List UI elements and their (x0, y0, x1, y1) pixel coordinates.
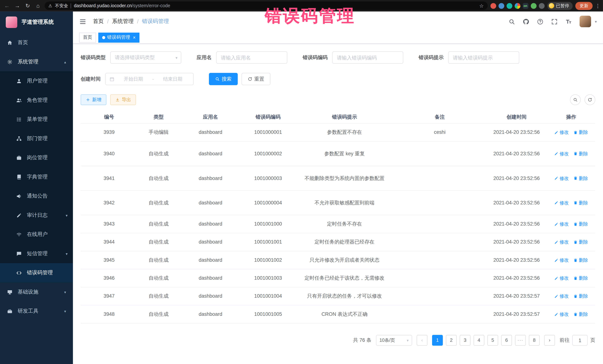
sidebar-item-error-code-management[interactable]: 错误码管理 (0, 263, 73, 282)
next-page-button[interactable]: › (544, 335, 555, 346)
browser-menu-icon[interactable]: ⋮ (595, 3, 600, 9)
breadcrumb-item[interactable]: 首页 (93, 18, 104, 25)
prev-page-button[interactable]: ‹ (417, 335, 428, 346)
reset-button[interactable]: 重置 (242, 73, 270, 85)
sidebar-logo-row[interactable]: 芋道管理系统 (0, 11, 73, 33)
page-3-button[interactable]: 3 (460, 335, 471, 346)
sidebar-item-role-management[interactable]: 角色管理 (0, 91, 73, 110)
avatar[interactable] (580, 16, 591, 27)
delete-button[interactable]: 删除 (573, 311, 588, 318)
tab-error-code[interactable]: 错误码管理× (98, 33, 139, 43)
add-button[interactable]: 新增 (81, 94, 106, 105)
edit-button[interactable]: 修改 (554, 293, 569, 299)
error-code-input[interactable] (332, 51, 403, 64)
tab-home[interactable]: 首页 (79, 33, 96, 43)
edit-button[interactable]: 修改 (554, 257, 569, 264)
table-row[interactable]: 3945自动生成dashboard1001001002只允许修改为开启或者关闭状… (81, 251, 595, 269)
refresh-table-button[interactable] (585, 94, 595, 105)
sidebar-item-online-users[interactable]: 在线用户 (0, 225, 73, 244)
page-6-button[interactable]: 6 (501, 335, 512, 346)
delete-button[interactable]: 删除 (573, 293, 588, 299)
table-row[interactable]: 3941自动生成dashboard1001000003不能删除类型为系统内置的参… (81, 166, 595, 190)
page-5-button[interactable]: 5 (487, 335, 498, 346)
delete-button[interactable]: 删除 (573, 257, 588, 264)
edit-button[interactable]: 修改 (554, 129, 569, 136)
extension-icon-teal[interactable] (506, 3, 512, 9)
search-button[interactable]: 搜索 (209, 73, 238, 85)
edit-button[interactable]: 修改 (554, 199, 569, 206)
sidebar-item-dept-management[interactable]: 部门管理 (0, 129, 73, 148)
sidebar-item-menu-management[interactable]: 菜单管理 (0, 110, 73, 129)
table-row[interactable]: 3943自动生成dashboard1001001000定时任务不存在2021-0… (81, 215, 595, 233)
delete-button[interactable]: 删除 (573, 221, 588, 227)
sidebar-item-sms-management[interactable]: 短信管理▾ (0, 244, 73, 263)
extension-icon-blue[interactable] (498, 3, 504, 9)
edit-button[interactable]: 修改 (554, 175, 569, 182)
delete-button[interactable]: 删除 (573, 199, 588, 206)
table-row[interactable]: 3948自动生成dashboard1001001005CRON 表达式不正确20… (81, 305, 595, 323)
table-row[interactable]: 3942自动生成dashboard1001000004不允许获取敏感配置到前端2… (81, 191, 595, 215)
bookmark-star-icon[interactable]: ☆ (479, 3, 484, 9)
edit-button[interactable]: 修改 (554, 239, 569, 246)
page-jump-input[interactable] (572, 335, 588, 346)
chevron-down-icon[interactable]: ▾ (595, 20, 597, 24)
gear-icon (7, 59, 13, 65)
page-2-button[interactable]: 2 (446, 335, 457, 346)
edit-button[interactable]: 修改 (554, 221, 569, 227)
edit-button[interactable]: 修改 (554, 150, 569, 157)
sidebar-item-dev-tools[interactable]: 研发工具▾ (0, 302, 73, 321)
sidebar-item-post-management[interactable]: 岗位管理 (0, 148, 73, 167)
extension-icon-red[interactable] (490, 3, 496, 9)
sidebar-item-infrastructure[interactable]: 基础设施▾ (0, 282, 73, 302)
error-hint-input[interactable] (448, 51, 519, 64)
close-tab-icon[interactable]: × (133, 35, 136, 40)
sidebar-item-user-management[interactable]: 用户管理 (0, 71, 73, 91)
toggle-search-button[interactable] (570, 94, 581, 105)
create-time-range-picker[interactable]: 开始日期 - 结束日期 (105, 73, 194, 85)
table-row[interactable]: 3947自动生成dashboard1001001004只有开启状态的任务，才可以… (81, 287, 595, 305)
create-time-label: 创建时间 (81, 76, 101, 82)
breadcrumb-item[interactable]: 系统管理 (112, 18, 134, 25)
browser-update-button[interactable]: 更新 (575, 2, 593, 10)
more-pages-button[interactable]: ··· (515, 335, 526, 346)
address-bar[interactable]: ⚠ 不安全 dashboard.yudao.iocoder.cn/system/… (45, 1, 487, 10)
table-row[interactable]: 3940自动生成dashboard1001000002参数配置 key 重复20… (81, 142, 595, 166)
edit-button[interactable]: 修改 (554, 275, 569, 282)
app-name-input[interactable] (216, 51, 287, 64)
extension-icon-pinwheel[interactable] (514, 3, 520, 9)
profile-paused-pill[interactable]: 已暂停 (547, 2, 573, 10)
delete-button[interactable]: 删除 (573, 275, 588, 282)
sidebar-item-dict-management[interactable]: 字典管理 (0, 167, 73, 187)
sidebar-item-system-management[interactable]: 系统管理▴ (0, 52, 73, 72)
sidebar-item-notice-announcement[interactable]: 通知公告 (0, 187, 73, 206)
delete-button[interactable]: 删除 (573, 150, 588, 157)
font-size-icon[interactable] (565, 18, 572, 25)
browser-home-icon[interactable]: ⌂ (34, 3, 42, 9)
table-row[interactable]: 3939手动编辑dashboard1001000001参数配置不存在ceshi2… (81, 124, 595, 142)
error-type-select[interactable]: 请选择错误码类型 ▾ (110, 51, 181, 64)
delete-button[interactable]: 删除 (573, 175, 588, 182)
sidebar-item-audit-log[interactable]: 审计日志▾ (0, 206, 73, 225)
browser-back-icon[interactable]: ← (3, 3, 11, 9)
fullscreen-icon[interactable] (551, 18, 557, 25)
github-icon[interactable] (523, 18, 529, 25)
extension-icon-puzzle[interactable] (539, 3, 544, 9)
table-row[interactable]: 3946自动生成dashboard1001001003定时任务已经处于该状态，无… (81, 269, 595, 287)
search-icon[interactable] (509, 18, 515, 25)
sidebar-item-home[interactable]: 首页 (0, 33, 73, 52)
browser-reload-icon[interactable]: ↻ (24, 3, 31, 9)
page-4-button[interactable]: 4 (474, 335, 484, 346)
delete-button[interactable]: 删除 (573, 129, 588, 136)
page-size-select[interactable]: 10条/页 ▾ (376, 335, 412, 346)
help-icon[interactable] (537, 18, 544, 25)
export-button[interactable]: 导出 (110, 94, 136, 105)
table-row[interactable]: 3944自动生成dashboard1001001001定时任务的处理器已经存在2… (81, 233, 595, 251)
hamburger-icon[interactable] (79, 18, 86, 25)
edit-button[interactable]: 修改 (554, 311, 569, 318)
extension-icon-dark-badge[interactable]: on (522, 3, 528, 9)
browser-forward-icon[interactable]: → (13, 3, 21, 9)
page-1-button[interactable]: 1 (432, 335, 443, 346)
extension-icon-green[interactable] (531, 3, 536, 9)
delete-button[interactable]: 删除 (573, 239, 588, 246)
page-8-button[interactable]: 8 (529, 335, 540, 346)
